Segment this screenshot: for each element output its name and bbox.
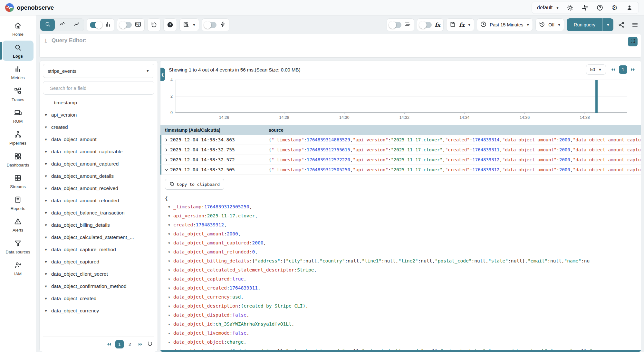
copy-to-clipboard-label: Copy to clipboard	[177, 182, 220, 187]
caret-down-icon[interactable]: ▼	[165, 266, 173, 275]
histogram-toggle[interactable]	[90, 22, 101, 28]
fields-page-1[interactable]: 1	[115, 340, 124, 348]
caret-down-icon[interactable]: ▼	[165, 230, 173, 239]
field-search-input[interactable]	[50, 85, 150, 91]
chevron-right-row-icon[interactable]	[160, 158, 170, 162]
stream-selector[interactable]: stripe_events ▼	[43, 64, 154, 78]
editor-fullscreen-button[interactable]	[628, 37, 638, 46]
auto-refresh-picker[interactable]: Off ▼	[535, 18, 564, 31]
sidebar-item-rum[interactable]: RUM	[3, 106, 34, 126]
saved-function-icon[interactable]	[449, 21, 456, 29]
field-item[interactable]: ▼data_object_currency	[43, 305, 154, 317]
field-item[interactable]: ▼data_object_created	[43, 292, 154, 305]
first-page-icon[interactable]	[106, 341, 112, 347]
caret-down-icon[interactable]: ▼	[165, 239, 173, 248]
sidebar-item-streams[interactable]: Streams	[3, 171, 34, 192]
caret-down-icon[interactable]: ▼	[165, 320, 173, 329]
gear-icon[interactable]: ⚙	[611, 4, 619, 12]
histogram-bar[interactable]	[595, 80, 598, 113]
caret-down-icon[interactable]: ▼	[165, 275, 173, 284]
field-item[interactable]: ▼data_object_amount_capturable	[43, 146, 154, 158]
caret-down-icon[interactable]: ▼	[165, 212, 173, 221]
menu-icon[interactable]	[630, 19, 640, 30]
field-item[interactable]: ▼data_object_balance_transaction	[43, 207, 154, 219]
caret-down-icon[interactable]: ▼	[165, 329, 173, 338]
sql-mode-toggle[interactable]	[120, 22, 132, 28]
live-mode-toggle[interactable]	[205, 22, 216, 28]
copy-to-clipboard-button[interactable]: Copy to clipboard	[165, 179, 224, 190]
field-item[interactable]: ▼api_version	[43, 109, 154, 121]
run-query-dropdown[interactable]: ▼	[602, 18, 613, 31]
reset-icon[interactable]	[150, 19, 158, 30]
theme-toggle-icon[interactable]	[566, 4, 574, 12]
saved-search-icon[interactable]	[183, 21, 189, 29]
sidebar-item-home[interactable]: Home	[3, 19, 34, 39]
caret-down-icon[interactable]: ▼	[165, 302, 173, 311]
share-icon[interactable]	[616, 19, 627, 30]
page-number[interactable]: 1	[619, 65, 627, 74]
caret-down-icon[interactable]: ▼	[165, 257, 173, 266]
collapse-fields-handle[interactable]: ❮	[160, 68, 165, 81]
help-icon[interactable]	[596, 4, 604, 12]
field-item[interactable]: ▼data_object_calculated_statement_...	[43, 231, 154, 243]
sidebar-item-logs[interactable]: Logs	[3, 41, 34, 61]
slack-icon[interactable]	[581, 4, 589, 12]
field-item[interactable]: ▼created	[43, 121, 154, 133]
caret-down-icon[interactable]: ▼	[165, 203, 173, 212]
sidebar-item-reports[interactable]: Reports	[3, 193, 34, 214]
sidebar-item-dashboards[interactable]: Dashboards	[3, 149, 34, 170]
field-item[interactable]: ▼data_object_amount_captured	[43, 158, 154, 170]
query-editor[interactable]: 1 Query Editor:	[39, 34, 641, 58]
caret-down-icon[interactable]: ▼	[165, 347, 173, 350]
wrap-toggle[interactable]	[390, 22, 401, 28]
log-row[interactable]: 2025-12-04 14:38:34.863{"_timestamp":176…	[160, 135, 641, 145]
last-page-icon[interactable]	[137, 341, 144, 347]
fields-page-2[interactable]: 2	[126, 340, 134, 348]
field-item[interactable]: ▼data_object_amount	[43, 133, 154, 146]
field-item[interactable]: _timestamp	[43, 97, 154, 109]
help-filled-icon[interactable]: ?	[167, 19, 174, 30]
caret-down-icon[interactable]: ▼	[165, 248, 173, 257]
caret-down-icon[interactable]: ▼	[165, 284, 173, 293]
caret-down-icon[interactable]: ▼	[165, 293, 173, 302]
run-query-button[interactable]: Run query ▼	[567, 18, 613, 31]
field-item[interactable]: ▼data_object_amount_received	[43, 182, 154, 195]
sidebar-item-iam[interactable]: IAM	[3, 258, 34, 279]
field-item[interactable]: ▼data_object_client_secret	[43, 268, 154, 280]
log-row[interactable]: 2025-12-04 14:38:32.755{"_timestamp":176…	[160, 145, 641, 155]
line-chart-mode-button[interactable]	[55, 19, 69, 31]
caret-down-icon[interactable]: ▼	[165, 221, 173, 230]
chevron-down-icon[interactable]: ▼	[192, 23, 196, 27]
chevron-down-row-icon[interactable]	[160, 168, 170, 172]
patterns-mode-button[interactable]	[69, 19, 84, 31]
sidebar-item-traces[interactable]: Traces	[3, 84, 34, 105]
chevron-right-row-icon[interactable]	[160, 138, 170, 142]
log-row[interactable]: 2025-12-04 14:38:32.505{"_timestamp":176…	[160, 165, 641, 175]
page-size-selector[interactable]: 50 ▼	[586, 64, 606, 75]
json-key: data_object_amount_refunded	[173, 249, 249, 254]
sidebar-item-data-sources[interactable]: Data sources	[3, 236, 34, 257]
prev-page-icon[interactable]	[610, 66, 616, 73]
caret-down-icon[interactable]: ▼	[165, 338, 173, 347]
horizontal-scrollbar[interactable]	[160, 350, 641, 352]
field-item[interactable]: ▼data_object_confirmation_method	[43, 280, 154, 292]
log-row[interactable]: 2025-12-04 14:38:32.572{"_timestamp":176…	[160, 155, 641, 165]
field-item[interactable]: ▼data_object_amount_details	[43, 170, 154, 182]
time-range-picker[interactable]: Past 15 Minutes ▼	[477, 18, 533, 31]
sidebar-item-metrics[interactable]: Metrics	[3, 62, 34, 83]
chevron-down-icon[interactable]: ▼	[467, 23, 471, 27]
org-selector[interactable]: default ▼	[537, 5, 559, 11]
search-mode-button[interactable]	[40, 19, 55, 31]
sidebar-item-pipelines[interactable]: Pipelines	[3, 128, 34, 148]
field-item[interactable]: ▼data_object_captured	[43, 256, 154, 268]
function-editor-toggle[interactable]	[420, 22, 432, 28]
field-item[interactable]: ▼data_object_capture_method	[43, 243, 154, 256]
sidebar-item-alerts[interactable]: Alerts	[3, 214, 34, 235]
field-item[interactable]: ▼data_object_billing_details	[43, 219, 154, 231]
next-page-icon[interactable]	[630, 66, 636, 73]
field-item[interactable]: ▼data_object_amount_refunded	[43, 195, 154, 207]
chevron-right-row-icon[interactable]	[160, 148, 170, 152]
refresh-fields-icon[interactable]	[147, 341, 153, 348]
caret-down-icon[interactable]: ▼	[165, 311, 173, 320]
user-avatar-icon[interactable]	[626, 4, 633, 12]
